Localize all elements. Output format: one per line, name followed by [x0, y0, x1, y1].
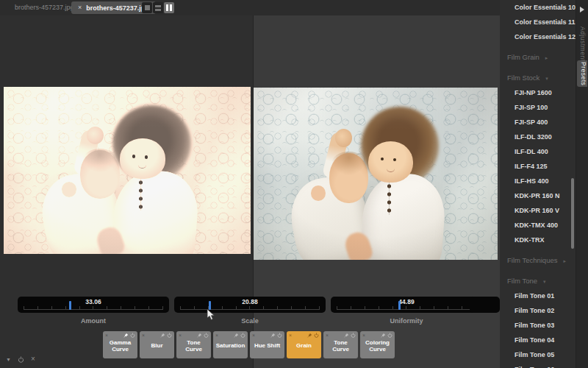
slider-handle[interactable] — [398, 301, 401, 310]
slider-scale[interactable]: 20.88 Scale — [174, 297, 326, 325]
preset-item-film-tone-06[interactable]: Film Tone 06 — [500, 362, 576, 368]
pin-icon[interactable] — [381, 333, 386, 338]
pin-icon[interactable] — [270, 333, 276, 338]
slider-uniformity[interactable]: 44.89 Uniformity — [331, 297, 482, 325]
power-icon[interactable] — [314, 333, 319, 338]
preset-item-color-essentials-12[interactable]: Color Essentials 12 — [500, 29, 576, 44]
effect-chip-saturation[interactable]: × Saturation — [213, 331, 248, 358]
effect-chip-label: Coloring Curve — [362, 339, 393, 353]
section-arrow-icon[interactable]: ▸ — [563, 258, 566, 263]
side-tab-adjustments[interactable]: Adjustments — [579, 26, 587, 65]
collapse-triangle-icon[interactable]: ▼ — [6, 357, 11, 362]
power-icon[interactable] — [240, 333, 245, 338]
power-icon[interactable] — [277, 333, 282, 338]
section-arrow-icon[interactable]: ▾ — [545, 76, 548, 81]
effect-chip-blur[interactable]: × Blur — [140, 331, 174, 358]
pin-icon[interactable] — [123, 333, 129, 338]
effect-chip-tone-curve[interactable]: × Tone Curve — [176, 331, 211, 358]
preset-item-ilf-dl-3200[interactable]: ILF-DL 3200 — [500, 130, 576, 144]
preview-image-after[interactable] — [254, 88, 498, 260]
effect-chip-gamma-curve[interactable]: × Gamma Curve — [103, 331, 137, 358]
close-icon[interactable]: × — [31, 355, 35, 363]
preset-item-film-tone-03[interactable]: Film Tone 03 — [500, 318, 576, 333]
slider-tick — [263, 306, 264, 309]
preset-item-film-tone-01[interactable]: Film Tone 01 — [500, 289, 576, 303]
slider-handle[interactable] — [209, 301, 211, 310]
pin-icon[interactable] — [197, 333, 202, 338]
preset-label: Film Tone 05 — [514, 351, 554, 358]
slider-handle[interactable] — [69, 301, 71, 310]
chip-close-icon[interactable]: × — [179, 333, 182, 338]
single-view-icon — [145, 5, 150, 10]
preset-label: Color Essentials 12 — [514, 33, 576, 40]
effect-chip-tone-curve[interactable]: × Tone Curve — [323, 331, 358, 358]
chip-close-icon[interactable]: × — [326, 333, 329, 338]
preset-label: ILF-F4 125 — [514, 163, 548, 170]
preset-label: KDK-TMX 400 — [514, 222, 558, 229]
power-icon[interactable] — [204, 333, 209, 338]
section-arrow-icon[interactable]: ▾ — [543, 279, 546, 284]
chip-close-icon[interactable]: × — [362, 333, 365, 338]
power-icon[interactable] — [18, 356, 24, 363]
power-icon[interactable] — [387, 333, 392, 338]
slider-ticks — [180, 305, 320, 310]
presets-scrollbar[interactable] — [571, 178, 574, 249]
pin-icon[interactable] — [307, 333, 312, 338]
preset-section-film-stock[interactable]: Film Stock▾ — [500, 71, 576, 85]
sliders-row: 33.06 Amount 20.88 Scale 44.89 Uniformit… — [18, 297, 482, 325]
power-icon[interactable] — [167, 333, 172, 338]
file-tab-inactive[interactable]: brothers-457237.jpg — [15, 4, 74, 11]
preset-item-fji-sp-400[interactable]: FJI-SP 400 — [500, 115, 576, 130]
preset-item-color-essentials-10[interactable]: Color Essentials 10 — [500, 0, 576, 15]
clipped-parameter-slider[interactable] — [470, 297, 500, 313]
pin-icon[interactable] — [160, 333, 165, 338]
preset-section-film-tone[interactable]: Film Tone▾ — [500, 274, 576, 289]
effect-chip-grain[interactable]: × Grain — [287, 331, 321, 358]
preset-section-film-techniques[interactable]: Film Techniques▸ — [500, 253, 576, 268]
chip-close-icon[interactable]: × — [289, 333, 292, 338]
section-arrow-icon[interactable]: ▸ — [545, 55, 548, 60]
chip-close-icon[interactable]: × — [105, 333, 108, 338]
preset-item-film-tone-05[interactable]: Film Tone 05 — [500, 347, 576, 362]
preset-item-color-essentials-11[interactable]: Color Essentials 11 — [500, 15, 576, 29]
preset-label: ILF-DL 3200 — [514, 133, 552, 141]
preset-item-ilf-dl-400[interactable]: ILF-DL 400 — [500, 144, 576, 159]
chip-close-icon[interactable]: × — [215, 333, 218, 338]
chip-corner-icons — [307, 333, 319, 338]
preset-item-kdk-trx[interactable]: KDK-TRX — [500, 233, 576, 247]
chip-close-icon[interactable]: × — [142, 333, 145, 338]
photo-editor-window: brothers-457237.jpg × brothers-457237.jp… — [0, 0, 588, 368]
slider-bar[interactable]: 44.89 — [331, 297, 482, 313]
pin-icon[interactable] — [234, 333, 239, 338]
preset-item-fji-sp-100[interactable]: FJI-SP 100 — [500, 100, 576, 115]
split-horizontal-view-button[interactable] — [153, 2, 163, 13]
preset-item-ilf-f4-125[interactable]: ILF-F4 125 — [500, 159, 576, 174]
effect-chip-hue-shift[interactable]: × Hue Shift — [250, 331, 284, 358]
power-icon[interactable] — [351, 333, 356, 338]
preset-item-kdk-pr-160-n[interactable]: KDK-PR 160 N — [500, 188, 576, 203]
single-view-button[interactable] — [142, 2, 152, 13]
split-vertical-view-button[interactable] — [164, 2, 174, 13]
chip-close-icon[interactable]: × — [252, 333, 255, 338]
slider-amount[interactable]: 33.06 Amount — [18, 297, 169, 325]
grain-parameter-controls: 33.06 Amount 20.88 Scale 44.89 Uniformit… — [0, 297, 500, 328]
preset-section-film-grain[interactable]: Film Grain▸ — [500, 50, 576, 65]
slider-bar[interactable]: 33.06 — [18, 297, 169, 313]
effect-chip-coloring-curve[interactable]: × Coloring Curve — [360, 331, 395, 358]
side-tab-presets[interactable]: Presets — [577, 60, 587, 87]
tab-close-icon[interactable]: × — [78, 4, 82, 11]
preset-item-fji-np-1600[interactable]: FJI-NP 1600 — [500, 85, 576, 100]
slider-bar[interactable]: 20.88 — [174, 297, 326, 313]
preset-item-kdk-pr-160-v[interactable]: KDK-PR 160 V — [500, 203, 576, 218]
power-icon[interactable] — [130, 333, 135, 338]
slider-tick — [148, 306, 149, 309]
collapse-panel-arrow-icon[interactable] — [580, 7, 584, 13]
preview-image-before[interactable] — [4, 87, 251, 254]
split-horizontal-icon — [155, 9, 161, 11]
preset-item-kdk-tmx-400[interactable]: KDK-TMX 400 — [500, 218, 576, 233]
pin-icon[interactable] — [344, 333, 349, 338]
preset-item-film-tone-02[interactable]: Film Tone 02 — [500, 303, 576, 318]
preset-item-film-tone-04[interactable]: Film Tone 04 — [500, 333, 576, 347]
slider-tick — [79, 306, 80, 309]
preset-item-ilf-hs-400[interactable]: ILF-HS 400 — [500, 174, 576, 188]
